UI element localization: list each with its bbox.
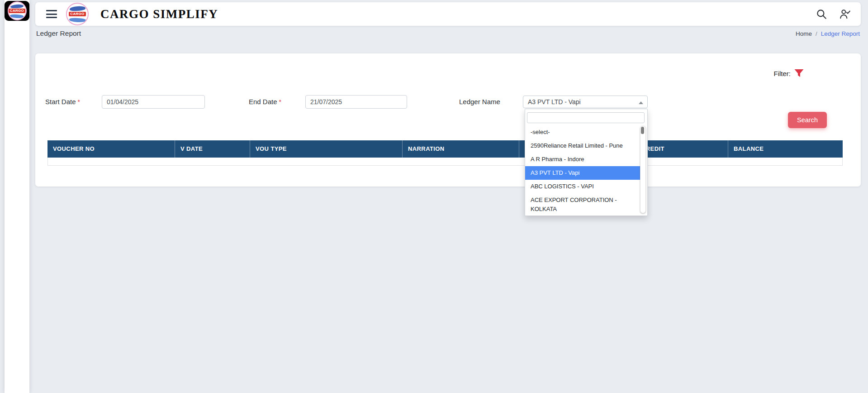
dropdown-option-list: -select- 2590Reliance Retail Limited - P…	[525, 125, 641, 216]
user-check-icon[interactable]	[839, 8, 851, 20]
ledger-name-selected-value: A3 PVT LTD - Vapi	[528, 98, 581, 105]
column-credit: CREDIT	[636, 140, 728, 158]
dropdown-option-selected[interactable]: A3 PVT LTD - Vapi	[525, 166, 641, 180]
filter-control[interactable]: Filter:	[774, 68, 805, 79]
column-narration: NARRATION	[403, 140, 519, 158]
required-asterisk: *	[78, 98, 80, 105]
column-v-date: V DATE	[175, 140, 250, 158]
end-date-label: End Date*	[249, 95, 281, 109]
dropdown-option[interactable]: -select-	[525, 125, 641, 139]
filter-form-row: Start Date* End Date* Ledger Name A3 PVT…	[35, 95, 861, 109]
table-header-row: VOUCHER NO V DATE VOU TYPE NARRATION DEB…	[47, 140, 843, 158]
dropdown-search-input[interactable]	[527, 112, 645, 123]
chevron-up-icon	[639, 101, 643, 104]
cargo-logo-icon: CARGO	[8, 1, 27, 20]
breadcrumb-separator: /	[816, 30, 817, 37]
filter-label: Filter:	[774, 70, 791, 77]
breadcrumb-row: Ledger Report Home / Ledger Report	[35, 27, 861, 40]
sidebar: CARGO	[5, 0, 29, 393]
dropdown-scrollbar[interactable]	[640, 126, 646, 213]
ledger-name-label: Ledger Name	[459, 95, 500, 109]
dropdown-option[interactable]: ACE EXPORT CORPORATION - KOLKATA	[525, 193, 641, 216]
column-vou-type: VOU TYPE	[250, 140, 403, 158]
breadcrumb-home[interactable]: Home	[796, 30, 812, 37]
ledger-report-card: Filter: Start Date* End Date* Ledger Nam…	[35, 53, 861, 187]
page-title: Ledger Report	[36, 29, 81, 38]
dropdown-option[interactable]: ABC LOGISTICS - VAPI	[525, 180, 641, 193]
funnel-icon[interactable]	[793, 68, 805, 79]
end-date-input[interactable]	[305, 95, 407, 109]
breadcrumb: Home / Ledger Report	[796, 30, 860, 37]
column-voucher-no: VOUCHER NO	[47, 140, 175, 158]
ledger-name-select[interactable]: A3 PVT LTD - Vapi	[523, 96, 648, 108]
breadcrumb-current[interactable]: Ledger Report	[821, 30, 860, 37]
dropdown-option[interactable]: A R Pharma - Indore	[525, 153, 641, 166]
start-date-input[interactable]	[102, 95, 205, 109]
menu-toggle-icon[interactable]	[46, 10, 57, 18]
app-title: CARGO SIMPLIFY	[100, 7, 218, 21]
cargo-logo-icon: CARGO	[66, 3, 89, 25]
search-button[interactable]: Search	[788, 112, 827, 128]
top-header: CARGO CARGO SIMPLIFY	[35, 2, 861, 26]
dropdown-option[interactable]: 2590Reliance Retail Limited - Pune	[525, 139, 641, 153]
sidebar-logo[interactable]: CARGO	[5, 1, 29, 21]
ledger-name-dropdown: -select- 2590Reliance Retail Limited - P…	[525, 109, 648, 216]
required-asterisk: *	[279, 98, 281, 105]
column-balance: BALANCE	[728, 140, 843, 158]
ledger-table: VOUCHER NO V DATE VOU TYPE NARRATION DEB…	[47, 140, 843, 166]
dropdown-scrollbar-thumb[interactable]	[641, 127, 644, 134]
table-empty-row	[47, 158, 843, 166]
search-icon[interactable]	[816, 8, 827, 20]
start-date-label: Start Date*	[45, 95, 80, 109]
